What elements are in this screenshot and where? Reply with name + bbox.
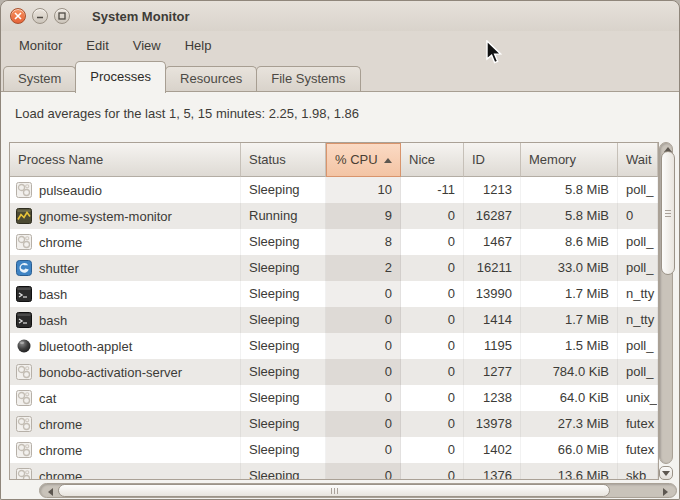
process-table: Process Name Status % CPU Nice ID Memory… xyxy=(9,142,659,480)
horizontal-scrollbar-track[interactable] xyxy=(39,483,677,498)
maximize-button[interactable] xyxy=(54,8,70,24)
vertical-scrollbar[interactable] xyxy=(658,142,674,480)
process-wait-cell: poll_ xyxy=(618,229,658,255)
process-wait-cell: futex xyxy=(618,411,658,437)
tab-system[interactable]: System xyxy=(3,66,76,92)
scroll-down-icon xyxy=(662,471,670,476)
minimize-button[interactable] xyxy=(32,8,48,24)
process-memory-cell: 1.7 MiB xyxy=(521,307,618,333)
process-name: bash xyxy=(39,282,67,307)
process-nice-cell: 0 xyxy=(401,359,464,385)
process-id-cell: 1277 xyxy=(464,359,521,385)
process-cpu-cell: 9 xyxy=(326,203,401,229)
process-name-cell: chrome xyxy=(10,437,241,463)
sort-ascending-icon xyxy=(384,158,392,163)
process-status-cell: Sleeping xyxy=(241,255,326,281)
process-wait-cell: poll_ xyxy=(618,359,658,385)
process-name-cell: gnome-system-monitor xyxy=(10,203,241,229)
titlebar[interactable]: System Monitor xyxy=(1,1,679,31)
process-cpu-cell: 8 xyxy=(326,229,401,255)
table-header: Process Name Status % CPU Nice ID Memory… xyxy=(10,143,658,177)
process-wait-cell: skb xyxy=(618,463,658,480)
tab-processes[interactable]: Processes xyxy=(75,61,166,93)
process-id-cell: 1376 xyxy=(464,463,521,480)
process-wait-cell: poll_ xyxy=(618,177,658,203)
process-name: gnome-system-monitor xyxy=(39,204,172,229)
process-memory-cell: 5.8 MiB xyxy=(521,177,618,203)
process-row[interactable]: chromeSleeping00137613.6 MiBskb xyxy=(10,463,658,480)
process-row[interactable]: gnome-system-monitorRunning90162875.8 Mi… xyxy=(10,203,658,229)
process-status-cell: Sleeping xyxy=(241,463,326,480)
column-header-id[interactable]: ID xyxy=(464,143,521,177)
tab-resources[interactable]: Resources xyxy=(165,66,257,92)
process-name-cell: cat xyxy=(10,385,241,411)
column-header-memory[interactable]: Memory xyxy=(521,143,618,177)
process-nice-cell: 0 xyxy=(401,203,464,229)
process-nice-cell: 0 xyxy=(401,255,464,281)
process-name-cell: bonobo-activation-server xyxy=(10,359,241,385)
process-id-cell: 13990 xyxy=(464,281,521,307)
load-averages-text: Load averages for the last 1, 5, 15 minu… xyxy=(15,106,359,121)
column-header-cpu-label: % CPU xyxy=(335,144,378,176)
process-row[interactable]: chromeSleeping00140266.0 MiBfutex xyxy=(10,437,658,463)
process-row[interactable]: shutterSleeping201621133.0 MiBpoll_ xyxy=(10,255,658,281)
process-cpu-cell: 0 xyxy=(326,359,401,385)
menu-help[interactable]: Help xyxy=(173,34,224,57)
menubar: Monitor Edit View Help xyxy=(1,31,679,59)
process-name-cell: chrome xyxy=(10,463,241,480)
vertical-scrollbar-thumb[interactable] xyxy=(661,151,675,275)
scroll-down-button[interactable] xyxy=(659,466,673,480)
process-cpu-cell: 2 xyxy=(326,255,401,281)
scroll-left-icon[interactable] xyxy=(48,488,53,496)
process-name-cell: bluetooth-applet xyxy=(10,333,241,359)
process-nice-cell: -11 xyxy=(401,177,464,203)
process-cpu-cell: 0 xyxy=(326,281,401,307)
process-row[interactable]: bonobo-activation-serverSleeping00127778… xyxy=(10,359,658,385)
process-row[interactable]: chromeSleeping001397827.3 MiBfutex xyxy=(10,411,658,437)
column-header-cpu[interactable]: % CPU xyxy=(326,143,401,177)
menu-monitor[interactable]: Monitor xyxy=(7,34,74,57)
processes-page: Load averages for the last 1, 5, 15 minu… xyxy=(1,91,680,500)
menu-view[interactable]: View xyxy=(121,34,173,57)
menu-edit[interactable]: Edit xyxy=(74,34,120,57)
column-header-process-name[interactable]: Process Name xyxy=(10,143,241,177)
column-header-wait[interactable]: Wait xyxy=(618,143,658,177)
process-nice-cell: 0 xyxy=(401,281,464,307)
process-name: bash xyxy=(39,308,67,333)
process-row[interactable]: pulseaudioSleeping10-1112135.8 MiBpoll_ xyxy=(10,177,658,203)
tab-file-systems[interactable]: File Systems xyxy=(256,66,360,92)
process-cpu-cell: 0 xyxy=(326,411,401,437)
column-header-nice[interactable]: Nice xyxy=(401,143,464,177)
process-memory-cell: 33.0 MiB xyxy=(521,255,618,281)
process-nice-cell: 0 xyxy=(401,229,464,255)
process-memory-cell: 64.0 KiB xyxy=(521,385,618,411)
shutter-icon xyxy=(16,260,32,276)
process-cpu-cell: 0 xyxy=(326,463,401,480)
process-id-cell: 1238 xyxy=(464,385,521,411)
vertical-scrollbar-track[interactable] xyxy=(659,142,673,464)
system-monitor-window: System Monitor Monitor Edit View Help Sy… xyxy=(0,0,680,500)
process-id-cell: 1195 xyxy=(464,333,521,359)
process-cpu-cell: 0 xyxy=(326,385,401,411)
process-cpu-cell: 10 xyxy=(326,177,401,203)
process-wait-cell: poll_ xyxy=(618,333,658,359)
process-row[interactable]: bashSleeping0014141.7 MiBn_tty xyxy=(10,307,658,333)
process-row[interactable]: bashSleeping00139901.7 MiBn_tty xyxy=(10,281,658,307)
generic-app-icon xyxy=(16,390,32,406)
process-row[interactable]: bluetooth-appletSleeping0011951.5 MiBpol… xyxy=(10,333,658,359)
scroll-right-icon[interactable] xyxy=(663,488,668,496)
process-memory-cell: 66.0 MiB xyxy=(521,437,618,463)
horizontal-scrollbar-thumb[interactable] xyxy=(58,484,610,497)
process-row[interactable]: chromeSleeping8014678.6 MiBpoll_ xyxy=(10,229,658,255)
process-status-cell: Sleeping xyxy=(241,437,326,463)
column-header-status[interactable]: Status xyxy=(241,143,326,177)
process-row[interactable]: catSleeping00123864.0 KiBunix_ xyxy=(10,385,658,411)
process-memory-cell: 5.8 MiB xyxy=(521,203,618,229)
generic-app-icon xyxy=(16,364,32,380)
process-nice-cell: 0 xyxy=(401,307,464,333)
close-button[interactable] xyxy=(10,8,26,24)
horizontal-scrollbar[interactable] xyxy=(3,482,679,499)
process-nice-cell: 0 xyxy=(401,463,464,480)
window-title: System Monitor xyxy=(92,9,190,24)
process-status-cell: Sleeping xyxy=(241,359,326,385)
